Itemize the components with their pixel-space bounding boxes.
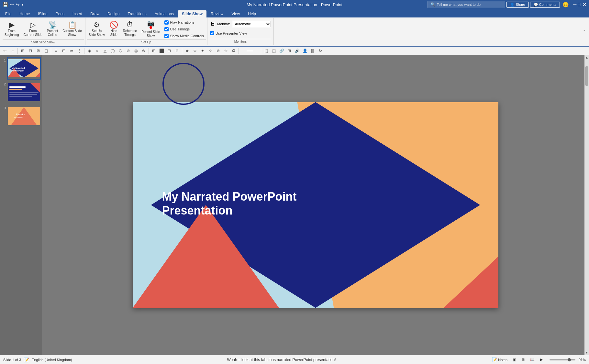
toolbar-btn-14[interactable]: ◯	[109, 47, 116, 54]
tab-insert[interactable]: Insert	[69, 10, 86, 17]
slide-3-thumbnail[interactable]: Thanks for listening	[7, 105, 41, 127]
set-up-slideshow-button[interactable]: ⚙ Set Up Slide Show	[87, 19, 107, 39]
redo-icon[interactable]: ↪	[16, 2, 20, 7]
ribbon-collapse-icon[interactable]: ⌃	[583, 29, 586, 34]
tab-pens[interactable]: Pens	[52, 10, 68, 17]
reading-view-button[interactable]: 📖	[529, 356, 536, 363]
normal-view-button[interactable]: ▣	[511, 356, 518, 363]
monitor-select[interactable]: Automatic	[232, 21, 271, 27]
right-scrollbar[interactable]: ▲ ▼	[584, 55, 589, 355]
toolbar-btn-12[interactable]: ○	[94, 47, 101, 54]
rehearse-timings-button[interactable]: ⏱ Rehearse Timings	[121, 19, 139, 39]
toolbar-btn-20[interactable]: ⬛	[158, 47, 165, 54]
toolbar-separator-4	[149, 48, 149, 54]
toolbar-btn-31[interactable]: ⬚	[262, 47, 270, 54]
toolbar-btn-13[interactable]: △	[101, 47, 108, 54]
maximize-button[interactable]: □	[578, 2, 581, 7]
slideshow-button-status[interactable]: ▶	[538, 356, 545, 363]
zoom-thumb[interactable]	[568, 358, 571, 361]
toolbar-btn-19[interactable]: ⊞	[150, 47, 157, 54]
comments-button[interactable]: 💬 Comments	[530, 2, 560, 8]
toolbar-btn-21[interactable]: ⊟	[166, 47, 173, 54]
tab-transitions[interactable]: Transitions	[124, 10, 150, 17]
minimize-button[interactable]: ─	[573, 2, 576, 7]
toolbar-btn-17[interactable]: ◎	[132, 47, 139, 54]
use-presenter-view-checkbox[interactable]: Use Presenter View	[210, 30, 271, 36]
toolbar-btn-2[interactable]: ⌐	[9, 47, 16, 54]
status-right: 📝 Notes ▣ ⊞ 📖 ▶ 91%	[491, 356, 586, 363]
toolbar-btn-27[interactable]: ⊛	[215, 47, 222, 54]
tab-design[interactable]: Design	[104, 10, 123, 17]
hide-slide-button[interactable]: 🚫 Hide Slide	[107, 19, 120, 39]
slide-canvas-area: My Narrated PowerPointPresentation ▲ ▼	[42, 55, 589, 355]
toolbar-btn-10[interactable]: ⋮	[76, 47, 83, 54]
annotation-circle	[162, 63, 205, 105]
show-media-controls-checkbox[interactable]: Show Media Controls	[164, 33, 204, 39]
tab-slideshow[interactable]: Slide Show	[178, 10, 206, 17]
toolbar-btn-38[interactable]: ↻	[317, 47, 324, 54]
tab-animations[interactable]: Animations	[151, 10, 178, 17]
zoom-slider[interactable]	[550, 359, 575, 360]
toolbar-btn-29[interactable]: ✪	[230, 47, 237, 54]
customize-icon[interactable]: ▾	[22, 3, 24, 7]
toolbar-btn-28[interactable]: ✩	[222, 47, 229, 54]
search-bar[interactable]: 🔍 Tell me what you want to do	[428, 1, 505, 8]
custom-show-button[interactable]: 📋 Custom Slide Show	[61, 19, 83, 39]
scrollbar-thumb[interactable]	[585, 66, 588, 86]
tab-draw[interactable]: Draw	[86, 10, 103, 17]
tab-view[interactable]: View	[228, 10, 244, 17]
toolbar-separator-6	[239, 48, 239, 54]
toolbar-btn-5[interactable]: ⊠	[35, 47, 42, 54]
toolbar-btn-33[interactable]: 🔗	[278, 47, 285, 54]
toolbar-btn-3[interactable]: ⊞	[19, 47, 26, 54]
slide-sorter-button[interactable]: ⊞	[520, 356, 527, 363]
from-beginning-icon: ▶	[9, 21, 15, 28]
toolbar-btn-24[interactable]: ☆	[191, 47, 198, 54]
toolbar-btn-32[interactable]: ⬚	[270, 47, 277, 54]
scrollbar-up-arrow[interactable]: ▲	[584, 55, 589, 60]
toolbar-btn-4[interactable]: ⊟	[27, 47, 34, 54]
tab-file[interactable]: File	[1, 10, 15, 17]
toolbar-btn-23[interactable]: ★	[183, 47, 191, 54]
from-current-slide-button[interactable]: ▷ From Current Slide	[21, 19, 44, 39]
record-slideshow-button[interactable]: 📷 Record Slide Show	[139, 19, 162, 39]
toolbar-btn-37[interactable]: |||	[309, 47, 316, 54]
tab-review[interactable]: Review	[207, 10, 227, 17]
toolbar-btn-7[interactable]: ≡	[52, 47, 60, 54]
scrollbar-down-arrow[interactable]: ▼	[584, 350, 589, 355]
from-beginning-button[interactable]: ▶ From Beginning	[3, 19, 21, 39]
tab-help[interactable]: Help	[244, 10, 260, 17]
monitor-row: 🖥 Monitor: Automatic	[210, 21, 271, 27]
toolbar-btn-8[interactable]: ⊟	[60, 47, 67, 54]
toolbar-btn-15[interactable]: ⬡	[117, 47, 124, 54]
user-profile-icon[interactable]: 😊	[562, 2, 569, 8]
tab-islide[interactable]: iSlide	[34, 10, 51, 17]
toolbar-btn-35[interactable]: 🔊	[294, 47, 301, 54]
toolbar-btn-6[interactable]: ◫	[42, 47, 50, 54]
toolbar-btn-36[interactable]: 👤	[301, 47, 308, 54]
tab-home[interactable]: Home	[16, 10, 34, 17]
close-button[interactable]: ✕	[582, 2, 586, 8]
setup-group: ⚙ Set Up Slide Show 🚫 Hide Slide ⏱ Rehea…	[85, 18, 207, 45]
save-icon[interactable]: 💾	[3, 2, 8, 7]
toolbar-btn-26[interactable]: ✧	[207, 47, 214, 54]
svg-text:My Narrated: My Narrated	[12, 67, 25, 70]
toolbar-btn-25[interactable]: ✦	[199, 47, 206, 54]
use-timings-checkbox[interactable]: Use Timings	[164, 27, 204, 32]
play-narrations-checkbox[interactable]: Play Narrations	[164, 20, 204, 25]
toolbar-btn-9[interactable]: ≔	[68, 47, 75, 54]
slide-2-wrapper: 2	[1, 81, 41, 104]
toolbar-btn-16[interactable]: ⊕	[125, 47, 132, 54]
present-online-button[interactable]: 📡 Present Online	[45, 19, 60, 39]
toolbar-btn-30[interactable]: ——	[240, 47, 260, 54]
toolbar-btn-11[interactable]: ◈	[86, 47, 93, 54]
slide-2-thumbnail[interactable]	[7, 81, 41, 104]
toolbar-btn-22[interactable]: ⊕	[173, 47, 181, 54]
undo-icon[interactable]: ↩	[10, 2, 14, 7]
share-button[interactable]: 👤 Share	[506, 2, 528, 8]
notes-button[interactable]: 📝 Notes	[491, 357, 509, 363]
toolbar-btn-34[interactable]: ⊞	[286, 47, 293, 54]
toolbar-btn-18[interactable]: ⊗	[140, 47, 147, 54]
slide-1-thumbnail[interactable]: My Narrated PowerPoint	[7, 57, 41, 80]
toolbar-btn-1[interactable]: ↩	[1, 47, 8, 54]
